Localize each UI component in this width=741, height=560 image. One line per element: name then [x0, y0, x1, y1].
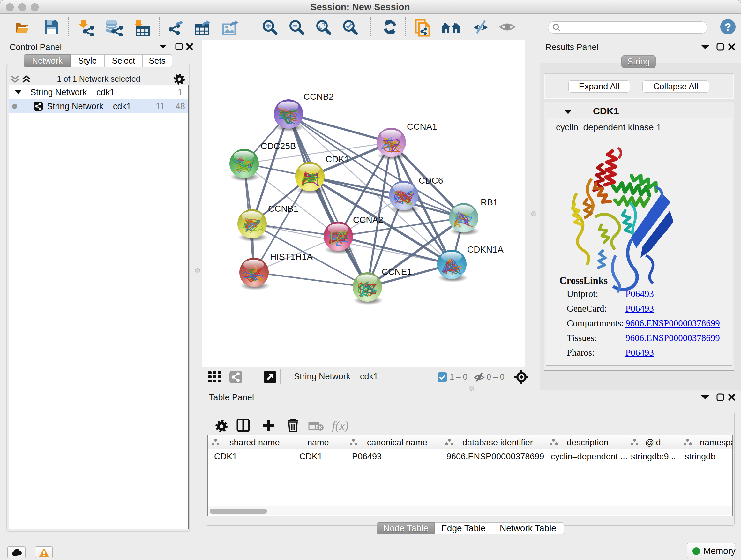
svg-text:CDKN1A: CDKN1A	[467, 245, 503, 254]
svg-text:HIST1H1A: HIST1H1A	[270, 252, 313, 262]
svg-text:CCNA2: CCNA2	[353, 215, 383, 225]
svg-text:CCNA1: CCNA1	[407, 122, 437, 132]
svg-text:CDC6: CDC6	[419, 176, 443, 186]
svg-text:CCNE1: CCNE1	[382, 267, 412, 277]
svg-text:CDK1: CDK1	[326, 154, 349, 164]
svg-text:RB1: RB1	[481, 197, 498, 207]
svg-text:CDC25B: CDC25B	[261, 141, 296, 151]
svg-text:CCNB2: CCNB2	[304, 91, 334, 102]
svg-text:CCNB1: CCNB1	[268, 204, 298, 213]
